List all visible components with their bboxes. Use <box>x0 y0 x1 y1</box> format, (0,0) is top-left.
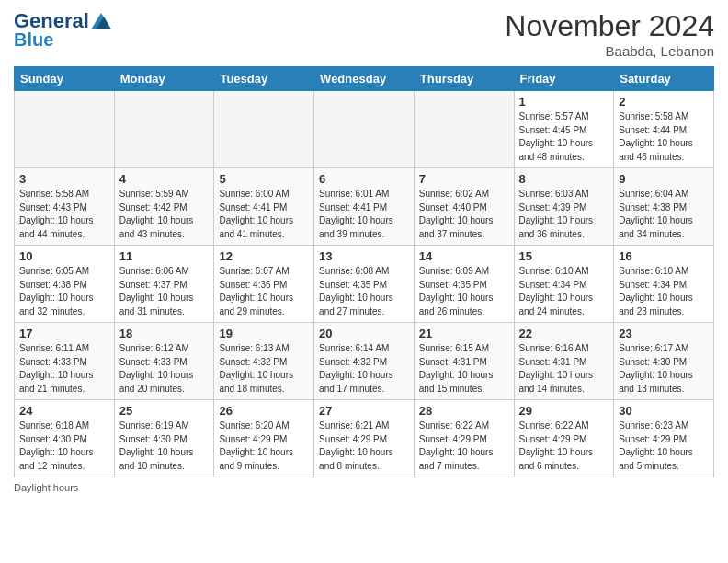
title-block: November 2024 Baabda, Lebanon <box>505 9 714 59</box>
day-info: Sunrise: 6:17 AMSunset: 4:30 PMDaylight:… <box>619 342 709 396</box>
day-number: 1 <box>519 95 609 109</box>
day-number: 13 <box>319 249 409 263</box>
day-info: Sunrise: 6:07 AMSunset: 4:36 PMDaylight:… <box>219 265 309 318</box>
col-header-thursday: Thursday <box>414 67 514 91</box>
day-info: Sunrise: 6:05 AMSunset: 4:38 PMDaylight:… <box>19 265 109 318</box>
logo-icon <box>91 13 111 29</box>
day-number: 7 <box>419 172 509 186</box>
day-cell: 12Sunrise: 6:07 AMSunset: 4:36 PMDayligh… <box>214 246 314 323</box>
day-info: Sunrise: 6:13 AMSunset: 4:32 PMDaylight:… <box>219 342 309 396</box>
logo-blue: Blue <box>14 29 53 51</box>
day-cell: 24Sunrise: 6:18 AMSunset: 4:30 PMDayligh… <box>15 400 115 477</box>
day-cell: 22Sunrise: 6:16 AMSunset: 4:31 PMDayligh… <box>514 323 614 400</box>
day-info: Sunrise: 6:18 AMSunset: 4:30 PMDaylight:… <box>19 419 109 473</box>
day-number: 11 <box>119 249 210 263</box>
day-info: Sunrise: 6:10 AMSunset: 4:34 PMDaylight:… <box>619 265 709 318</box>
day-cell <box>15 91 115 168</box>
day-info: Sunrise: 6:12 AMSunset: 4:33 PMDaylight:… <box>119 342 210 396</box>
day-number: 28 <box>419 404 509 418</box>
day-cell: 19Sunrise: 6:13 AMSunset: 4:32 PMDayligh… <box>214 323 314 400</box>
day-cell: 25Sunrise: 6:19 AMSunset: 4:30 PMDayligh… <box>114 400 214 477</box>
day-number: 15 <box>519 249 609 263</box>
day-number: 6 <box>319 172 409 186</box>
header: General Blue November 2024 Baabda, Leban… <box>14 9 714 59</box>
day-cell: 11Sunrise: 6:06 AMSunset: 4:37 PMDayligh… <box>114 246 214 323</box>
day-info: Sunrise: 6:14 AMSunset: 4:32 PMDaylight:… <box>319 342 409 396</box>
day-info: Sunrise: 6:22 AMSunset: 4:29 PMDaylight:… <box>419 419 509 473</box>
day-number: 27 <box>319 404 409 418</box>
day-cell: 2Sunrise: 5:58 AMSunset: 4:44 PMDaylight… <box>614 91 714 168</box>
week-row-5: 24Sunrise: 6:18 AMSunset: 4:30 PMDayligh… <box>15 400 714 477</box>
day-number: 19 <box>219 327 309 340</box>
day-info: Sunrise: 6:02 AMSunset: 4:40 PMDaylight:… <box>419 188 509 241</box>
day-cell: 29Sunrise: 6:22 AMSunset: 4:29 PMDayligh… <box>514 400 614 477</box>
day-number: 5 <box>219 172 309 186</box>
week-row-2: 3Sunrise: 5:58 AMSunset: 4:43 PMDaylight… <box>15 168 714 246</box>
col-header-sunday: Sunday <box>15 67 115 91</box>
location: Baabda, Lebanon <box>505 43 714 59</box>
day-number: 23 <box>619 327 709 340</box>
day-cell: 30Sunrise: 6:23 AMSunset: 4:29 PMDayligh… <box>614 400 714 477</box>
day-info: Sunrise: 6:01 AMSunset: 4:41 PMDaylight:… <box>319 188 409 241</box>
day-cell: 16Sunrise: 6:10 AMSunset: 4:34 PMDayligh… <box>614 246 714 323</box>
day-number: 30 <box>619 404 709 418</box>
logo: General Blue <box>14 9 111 51</box>
day-number: 22 <box>519 327 609 340</box>
day-number: 4 <box>119 172 210 186</box>
day-info: Sunrise: 6:16 AMSunset: 4:31 PMDaylight:… <box>519 342 609 396</box>
day-cell: 8Sunrise: 6:03 AMSunset: 4:39 PMDaylight… <box>514 168 614 246</box>
calendar-table: SundayMondayTuesdayWednesdayThursdayFrid… <box>14 66 714 477</box>
day-info: Sunrise: 6:04 AMSunset: 4:38 PMDaylight:… <box>619 188 709 241</box>
month-title: November 2024 <box>505 9 714 43</box>
day-number: 8 <box>519 172 609 186</box>
day-info: Sunrise: 6:11 AMSunset: 4:33 PMDaylight:… <box>19 342 109 396</box>
day-info: Sunrise: 6:22 AMSunset: 4:29 PMDaylight:… <box>519 419 609 473</box>
day-cell <box>214 91 314 168</box>
page-container: General Blue November 2024 Baabda, Leban… <box>0 0 728 502</box>
day-number: 10 <box>19 249 109 263</box>
day-number: 20 <box>319 327 409 340</box>
day-info: Sunrise: 6:00 AMSunset: 4:41 PMDaylight:… <box>219 188 309 241</box>
day-info: Sunrise: 6:10 AMSunset: 4:34 PMDaylight:… <box>519 265 609 318</box>
day-info: Sunrise: 5:58 AMSunset: 4:43 PMDaylight:… <box>19 188 109 241</box>
day-info: Sunrise: 6:03 AMSunset: 4:39 PMDaylight:… <box>519 188 609 241</box>
day-info: Sunrise: 6:09 AMSunset: 4:35 PMDaylight:… <box>419 265 509 318</box>
day-cell <box>114 91 214 168</box>
day-number: 3 <box>19 172 109 186</box>
week-row-3: 10Sunrise: 6:05 AMSunset: 4:38 PMDayligh… <box>15 246 714 323</box>
day-number: 26 <box>219 404 309 418</box>
col-header-monday: Monday <box>114 67 214 91</box>
col-header-friday: Friday <box>514 67 614 91</box>
day-cell: 5Sunrise: 6:00 AMSunset: 4:41 PMDaylight… <box>214 168 314 246</box>
day-cell: 1Sunrise: 5:57 AMSunset: 4:45 PMDaylight… <box>514 91 614 168</box>
day-cell: 20Sunrise: 6:14 AMSunset: 4:32 PMDayligh… <box>314 323 415 400</box>
week-row-1: 1Sunrise: 5:57 AMSunset: 4:45 PMDaylight… <box>15 91 714 168</box>
day-info: Sunrise: 5:57 AMSunset: 4:45 PMDaylight:… <box>519 110 609 164</box>
day-cell: 3Sunrise: 5:58 AMSunset: 4:43 PMDaylight… <box>15 168 115 246</box>
day-cell: 15Sunrise: 6:10 AMSunset: 4:34 PMDayligh… <box>514 246 614 323</box>
day-info: Sunrise: 6:08 AMSunset: 4:35 PMDaylight:… <box>319 265 409 318</box>
day-number: 12 <box>219 249 309 263</box>
day-cell: 9Sunrise: 6:04 AMSunset: 4:38 PMDaylight… <box>614 168 714 246</box>
day-number: 25 <box>119 404 210 418</box>
day-cell: 7Sunrise: 6:02 AMSunset: 4:40 PMDaylight… <box>414 168 514 246</box>
day-cell: 28Sunrise: 6:22 AMSunset: 4:29 PMDayligh… <box>414 400 514 477</box>
day-cell <box>314 91 415 168</box>
day-number: 21 <box>419 327 509 340</box>
day-number: 2 <box>619 95 709 109</box>
day-number: 16 <box>619 249 709 263</box>
day-info: Sunrise: 6:23 AMSunset: 4:29 PMDaylight:… <box>619 419 709 473</box>
day-cell: 6Sunrise: 6:01 AMSunset: 4:41 PMDaylight… <box>314 168 415 246</box>
day-cell: 26Sunrise: 6:20 AMSunset: 4:29 PMDayligh… <box>214 400 314 477</box>
day-cell: 21Sunrise: 6:15 AMSunset: 4:31 PMDayligh… <box>414 323 514 400</box>
day-info: Sunrise: 6:21 AMSunset: 4:29 PMDaylight:… <box>319 419 409 473</box>
day-number: 18 <box>119 327 210 340</box>
day-info: Sunrise: 6:20 AMSunset: 4:29 PMDaylight:… <box>219 419 309 473</box>
week-row-4: 17Sunrise: 6:11 AMSunset: 4:33 PMDayligh… <box>15 323 714 400</box>
day-cell: 17Sunrise: 6:11 AMSunset: 4:33 PMDayligh… <box>15 323 115 400</box>
day-info: Sunrise: 6:19 AMSunset: 4:30 PMDaylight:… <box>119 419 210 473</box>
day-number: 17 <box>19 327 109 340</box>
day-cell: 4Sunrise: 5:59 AMSunset: 4:42 PMDaylight… <box>114 168 214 246</box>
day-cell: 23Sunrise: 6:17 AMSunset: 4:30 PMDayligh… <box>614 323 714 400</box>
day-cell: 27Sunrise: 6:21 AMSunset: 4:29 PMDayligh… <box>314 400 415 477</box>
